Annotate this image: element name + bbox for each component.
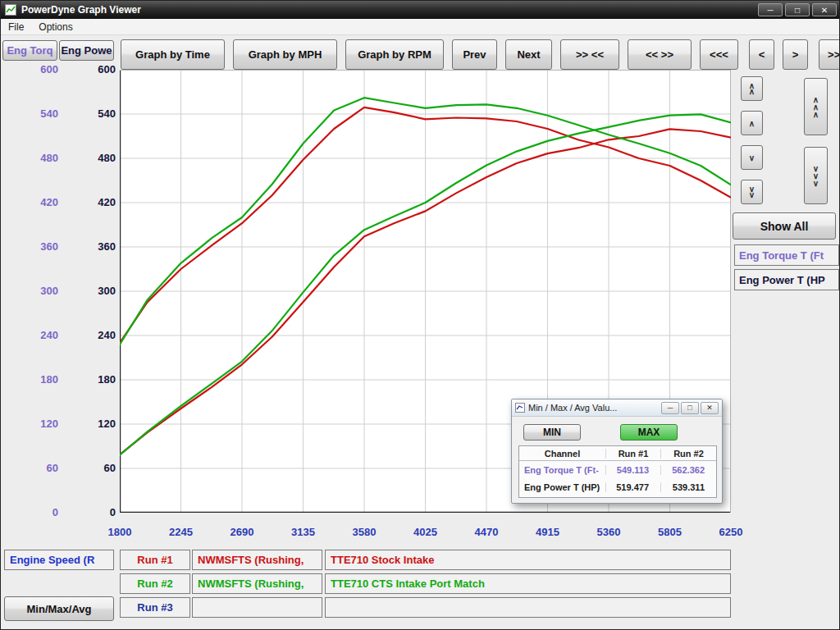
graph-by-mph-button[interactable]: Graph by MPH: [233, 39, 337, 70]
x-tick-label: 5360: [591, 526, 627, 538]
y-tick-label: 480: [75, 152, 116, 164]
max-toggle-button[interactable]: MAX: [620, 424, 678, 441]
x-tick-label: 5805: [652, 526, 688, 538]
minmax-cell-run1-value: 519.477: [606, 482, 661, 492]
pan-far-left-button[interactable]: <<<: [700, 39, 738, 70]
minmax-window-titlebar[interactable]: Min / Max / Avg Valu... ─ □ ✕: [512, 399, 722, 417]
tab-eng-power[interactable]: Eng Powe: [59, 40, 114, 61]
y-tick-label: 240: [75, 329, 116, 341]
spin-up-double-button[interactable]: ∧ ∧: [741, 76, 763, 101]
y-tick-label: 420: [17, 196, 58, 208]
x-channel-field[interactable]: Engine Speed (R: [4, 550, 114, 570]
y-tick-label: 420: [75, 196, 116, 208]
minmax-cell-run1-value: 549.113: [606, 465, 661, 475]
power-axis-ticks: 060120180240300360420480540600: [75, 70, 116, 513]
run1-label-field[interactable]: Run #1: [120, 550, 190, 570]
menu-item-file[interactable]: File: [1, 20, 31, 34]
minmax-close-button[interactable]: ✕: [701, 402, 719, 414]
minmax-cell-run2-value: 562.362: [661, 465, 716, 475]
y-tick-label: 0: [75, 506, 116, 518]
legend-eng-torque[interactable]: Eng Torque T (Ft: [734, 244, 839, 266]
y-tick-label: 300: [75, 285, 116, 297]
x-tick-label: 4025: [408, 526, 444, 538]
show-all-button[interactable]: Show All: [733, 212, 836, 240]
zoom-in-button[interactable]: >> <<: [560, 39, 619, 70]
y-tick-label: 60: [75, 462, 116, 474]
minmax-col-run2: Run #2: [661, 449, 716, 459]
y-tick-label: 480: [17, 152, 58, 164]
close-button[interactable]: ✕: [812, 3, 837, 16]
run3-description-field[interactable]: [325, 597, 731, 618]
run3-label-field[interactable]: Run #3: [120, 597, 190, 618]
minmax-minimize-button[interactable]: ─: [661, 402, 679, 414]
minmax-col-run1: Run #1: [606, 449, 661, 459]
minmax-table: Channel Run #1 Run #2 Eng Torque T (Ft- …: [518, 445, 717, 498]
y-tick-label: 540: [75, 107, 116, 120]
window-titlebar: PowerDyne Graph Viewer ─ □ ✕: [1, 1, 840, 19]
pan-far-right-button[interactable]: >>>: [819, 39, 840, 70]
zoom-out-button[interactable]: << >>: [628, 39, 692, 70]
y-tick-label: 300: [17, 285, 58, 297]
maximize-button[interactable]: □: [785, 3, 810, 16]
y-tick-label: 540: [17, 107, 58, 120]
minmax-restore-button[interactable]: □: [681, 402, 699, 414]
run1-description-field[interactable]: TTE710 Stock Intake: [325, 550, 731, 570]
app-icon: [5, 4, 16, 16]
minimize-button[interactable]: ─: [758, 3, 783, 16]
y-tick-label: 60: [17, 462, 58, 474]
minmax-window: Min / Max / Avg Valu... ─ □ ✕ MIN MAX Ch…: [511, 399, 723, 504]
y-tick-label: 360: [75, 240, 116, 253]
spin-up-button[interactable]: ∧: [741, 111, 763, 135]
graph-by-rpm-button[interactable]: Graph by RPM: [345, 39, 444, 70]
y-tick-label: 180: [17, 373, 58, 386]
run3-operator-field[interactable]: [192, 597, 322, 618]
torque-axis-ticks: 060120180240300360420480540600: [17, 70, 58, 513]
pan-left-button[interactable]: <: [749, 39, 774, 70]
spin-down-double-button[interactable]: ∨ ∨: [741, 180, 763, 204]
x-tick-label: 4915: [530, 526, 566, 538]
x-tick-label: 6250: [713, 526, 749, 538]
prev-button[interactable]: Prev: [452, 39, 497, 70]
x-tick-label: 3580: [346, 526, 382, 538]
x-tick-label: 3135: [285, 526, 322, 538]
run2-label-field[interactable]: Run #2: [120, 573, 190, 594]
y-tick-label: 240: [17, 329, 58, 341]
minmax-avg-button[interactable]: Min/Max/Avg: [4, 596, 114, 621]
window-title: PowerDyne Graph Viewer: [21, 4, 141, 16]
menu-bar: File Options: [1, 19, 840, 35]
run1-operator-field[interactable]: NWMSFTS (Rushing,: [192, 550, 322, 570]
menu-item-options[interactable]: Options: [31, 20, 80, 34]
minmax-window-icon: [515, 403, 525, 413]
minmax-row-torque: Eng Torque T (Ft- 549.113 562.362: [519, 461, 716, 478]
graph-by-time-button[interactable]: Graph by Time: [121, 39, 225, 70]
next-button[interactable]: Next: [505, 39, 552, 70]
minmax-window-title: Min / Max / Avg Valu...: [528, 403, 617, 413]
y-tick-label: 120: [17, 418, 58, 430]
min-toggle-button[interactable]: MIN: [523, 424, 581, 441]
y-tick-label: 360: [17, 240, 58, 253]
app-window: PowerDyne Graph Viewer ─ □ ✕ File Option…: [0, 0, 840, 630]
spin-down-button[interactable]: ∨: [741, 145, 763, 170]
pan-down-button[interactable]: ∨ ∨ ∨: [804, 147, 828, 204]
pan-up-button[interactable]: ∧ ∧ ∧: [804, 78, 828, 135]
minmax-cell-run2-value: 539.311: [661, 482, 716, 492]
y-tick-label: 0: [17, 506, 58, 518]
y-tick-label: 600: [75, 63, 116, 75]
toolbar: Graph by Time Graph by MPH Graph by RPM …: [121, 39, 840, 70]
legend-eng-power[interactable]: Eng Power T (HP: [734, 269, 839, 290]
rpm-axis-ticks: 1800224526903135358040254470491553605805…: [120, 526, 731, 539]
x-tick-label: 2690: [224, 526, 260, 538]
run2-operator-field[interactable]: NWMSFTS (Rushing,: [192, 573, 322, 594]
minmax-row-power: Eng Power T (HP) 519.477 539.311: [519, 478, 716, 495]
y-tick-label: 600: [17, 63, 58, 75]
x-tick-label: 2245: [163, 526, 199, 538]
x-tick-label: 4470: [468, 526, 504, 538]
x-tick-label: 1800: [102, 526, 138, 538]
tab-eng-torque[interactable]: Eng Torq: [2, 40, 57, 61]
minmax-table-header: Channel Run #1 Run #2: [519, 446, 716, 461]
minmax-cell-channel: Eng Power T (HP): [519, 482, 606, 492]
y-tick-label: 120: [75, 418, 116, 430]
pan-right-button[interactable]: >: [783, 39, 808, 70]
minmax-col-channel: Channel: [519, 449, 606, 459]
run2-description-field[interactable]: TTE710 CTS Intake Port Match: [325, 573, 731, 594]
